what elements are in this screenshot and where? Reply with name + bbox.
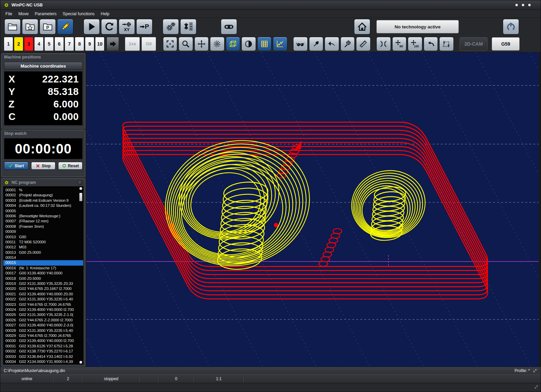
- play-button[interactable]: [84, 19, 100, 34]
- menu-move[interactable]: Move: [15, 10, 32, 17]
- nc-line-00025[interactable]: 00025G02 X131.3000 Y35.3235 Z-1.0(: [5, 312, 78, 317]
- tool-number-2-button[interactable]: 2: [14, 37, 23, 51]
- grid-button[interactable]: [257, 37, 272, 51]
- nc-line-00004[interactable]: 00004(Laufzeit ca. 00:17:32 Stunden): [5, 203, 78, 208]
- next-tool-arrow-button[interactable]: [107, 37, 119, 51]
- window-button[interactable]: [515, 3, 518, 7]
- scrollbar-thumb[interactable]: [79, 193, 83, 201]
- pan-button[interactable]: [194, 37, 209, 51]
- folder-star-button[interactable]: [22, 19, 38, 34]
- nc-line-00017[interactable]: 00017G00 X139.4000 Y40.0000: [5, 271, 78, 276]
- nc-line-00028[interactable]: 00028G02 X131.3000 Y35.3235 I-5.40: [5, 328, 78, 333]
- nc-line-00005[interactable]: 00005: [5, 209, 78, 214]
- folder-p-button[interactable]: P: [40, 19, 56, 34]
- nc-line-00020[interactable]: 00020G02 Y44.6765 Z0.1667 I2.7000: [5, 286, 78, 291]
- speed-override-button[interactable]: 1xx: [125, 37, 140, 51]
- machine-coordinates-button[interactable]: Machine coordinates: [4, 62, 83, 70]
- nc-line-00015[interactable]: 00015: [3, 260, 83, 265]
- toolpath-canvas[interactable]: [86, 52, 541, 367]
- menu-help[interactable]: Help: [98, 10, 113, 17]
- nc-line-00018[interactable]: 00018G00 Z0.5000: [5, 276, 78, 281]
- menu-parameters[interactable]: Parameters: [32, 10, 60, 17]
- zoom-button[interactable]: [179, 37, 193, 51]
- repeat-button[interactable]: [101, 19, 117, 34]
- skew-button[interactable]: [439, 37, 454, 51]
- nc-line-00032[interactable]: 00032G02 X138.7730 Y35.2270 I-6.17: [5, 349, 78, 354]
- contrast-button[interactable]: [241, 37, 256, 51]
- nc-line-00002[interactable]: 00002(Projekt absaugung): [5, 193, 78, 198]
- redraw-button[interactable]: [210, 37, 225, 51]
- nc-line-00027[interactable]: 00027G02 X139.4000 Y40.0000 Z-3.0(: [5, 323, 78, 328]
- cube-button[interactable]: [226, 37, 240, 51]
- nc-line-00008[interactable]: 00008(Fraeser 3mm): [5, 224, 78, 229]
- nc-line-00016[interactable]: 00016(Nr. 1: Kreistasche 17): [5, 266, 78, 271]
- menu-file[interactable]: File: [2, 10, 15, 17]
- nc-line-00023[interactable]: 00023G02 Y44.6765 I2.7000 J4.6765: [5, 302, 78, 307]
- goto-p-button[interactable]: P: [136, 19, 152, 34]
- nc-line-00030[interactable]: 00030G02 X139.4000 Y40.0000 I2.700: [5, 338, 78, 343]
- nc-line-00009[interactable]: 00009: [5, 229, 78, 234]
- glasses-button[interactable]: [293, 37, 308, 51]
- move-100-button[interactable]: 100: [408, 37, 422, 51]
- tool-number-9-button[interactable]: 9: [85, 37, 94, 51]
- xy-move-button[interactable]: XY: [119, 19, 135, 34]
- nc-line-00010[interactable]: 00010G90: [5, 235, 78, 240]
- nc-line-00007[interactable]: 00007(FRaeser 12 mm): [5, 219, 78, 224]
- nc-line-00034[interactable]: 00034G02 X134.0000 Y31.9000 I-4.39: [5, 359, 78, 364]
- scroll-up-dot[interactable]: [79, 187, 82, 190]
- undo-button[interactable]: [424, 37, 438, 51]
- home-button[interactable]: [354, 19, 370, 34]
- collapse-button[interactable]: [376, 37, 391, 51]
- nc-line-00029[interactable]: 00029G02 Y44.6765 I2.7000 J4.6765: [5, 333, 78, 338]
- nc-line-00012[interactable]: 00012M03: [5, 245, 78, 250]
- tool-number-3-button[interactable]: 3: [24, 37, 33, 51]
- pencil-button[interactable]: [57, 19, 73, 34]
- nc-line-00022[interactable]: 00022G02 X131.3000 Y35.3235 I-5.40: [5, 297, 78, 302]
- tool-settings-button[interactable]: [180, 19, 196, 34]
- 2d-cam-button[interactable]: 2D-CAM: [460, 37, 488, 51]
- tool-number-8-button[interactable]: 8: [75, 37, 84, 51]
- nc-line-00014[interactable]: 00014: [5, 255, 78, 260]
- tool-number-6-button[interactable]: 6: [54, 37, 64, 51]
- tool-number-10-button[interactable]: 10: [95, 37, 104, 51]
- nc-line-00013[interactable]: 00013G00 Z5.0000: [5, 250, 78, 255]
- scroll-down-dot[interactable]: [79, 361, 82, 364]
- back-button[interactable]: [325, 37, 339, 51]
- technology-status-button[interactable]: No technology active: [376, 20, 459, 33]
- power-button[interactable]: [503, 19, 519, 34]
- nc-line-00026[interactable]: 00026G02 Y44.6765 Z-2.0000 I2.7000: [5, 318, 78, 323]
- window-button[interactable]: [528, 3, 531, 7]
- menu-special-functions[interactable]: Special functions: [60, 10, 98, 17]
- nc-program-list[interactable]: 00001%00002(Projekt absaugung)00003(Erst…: [3, 186, 84, 365]
- nc-line-00019[interactable]: 00019G02 X131.3000 Y35.3235 Z0.33: [5, 281, 78, 286]
- tool-number-4-button[interactable]: 4: [34, 37, 44, 51]
- g0-button[interactable]: G0: [141, 37, 156, 51]
- goto-target-button[interactable]: [340, 37, 355, 51]
- ruler-button[interactable]: [356, 37, 371, 51]
- tool-number-1-button[interactable]: 1: [4, 37, 13, 51]
- window-button[interactable]: [521, 3, 525, 7]
- resize-grip-icon[interactable]: [533, 368, 537, 373]
- chart-button[interactable]: [273, 37, 287, 51]
- stopwatch-stop-button[interactable]: Stop: [31, 162, 55, 170]
- nc-line-00033[interactable]: 00033G02 X136.8414 Y33.1402 I-5.92: [5, 354, 78, 359]
- nc-scrollbar[interactable]: [79, 187, 83, 364]
- nc-line-00024[interactable]: 00024G02 X139.4000 Y40.0000 I2.700: [5, 307, 78, 312]
- move-90-button[interactable]: 90: [392, 37, 407, 51]
- g59-button[interactable]: G59: [492, 37, 520, 51]
- resize-grip-icon[interactable]: [534, 385, 539, 391]
- nc-line-00011[interactable]: 00011T2 M06 S20000: [5, 240, 78, 245]
- view-extents-button[interactable]: [163, 37, 178, 51]
- tool-number-7-button[interactable]: 7: [65, 37, 74, 51]
- open-folder-button[interactable]: [4, 19, 21, 34]
- nc-line-00003[interactable]: 00003(Erstellt mit Estlcam Version 9: [5, 198, 78, 203]
- nc-line-00031[interactable]: 00031G02 X139.6126 Y37.6752 I-5.28: [5, 344, 78, 349]
- tool-number-5-button[interactable]: 5: [44, 37, 54, 51]
- stopwatch-start-button[interactable]: Start: [4, 162, 28, 170]
- nc-line-00021[interactable]: 00021G02 X139.4000 Y40.0000 Z0.00: [5, 292, 78, 297]
- nc-line-00006[interactable]: 00006(Benoetigte Werkzeuge:): [5, 214, 78, 219]
- toolpath-drawing[interactable]: [87, 52, 539, 367]
- nc-line-00001[interactable]: 00001%: [5, 188, 78, 193]
- pin-button[interactable]: [309, 37, 324, 51]
- gears-button[interactable]: [163, 19, 179, 34]
